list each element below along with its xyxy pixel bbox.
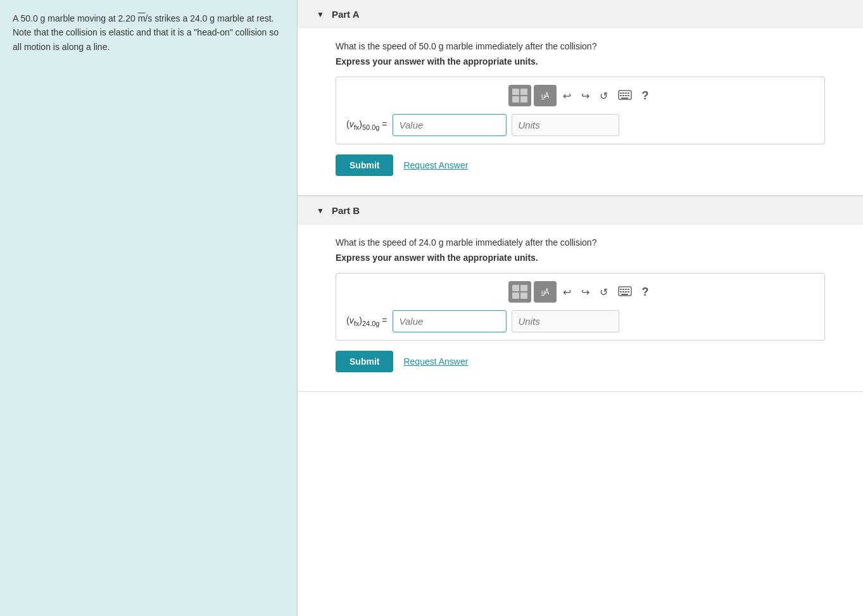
part-a-value-input[interactable]	[393, 114, 507, 136]
svg-rect-11	[620, 289, 622, 290]
part-a-input-row: (vfx)50.0g =	[346, 114, 814, 136]
part-a-undo-btn[interactable]: ↩	[559, 89, 575, 103]
part-a-actions: Submit Request Answer	[336, 154, 825, 176]
svg-rect-18	[627, 291, 629, 292]
svg-rect-19	[621, 294, 628, 295]
svg-rect-13	[625, 289, 627, 290]
part-a-section: ▼ Part A What is the speed of 50.0 g mar…	[298, 0, 863, 196]
part-b-request-answer-link[interactable]: Request Answer	[403, 356, 468, 367]
part-b-question: What is the speed of 24.0 g marble immed…	[336, 237, 825, 248]
part-a-body: What is the speed of 50.0 g marble immed…	[298, 28, 863, 195]
part-a-answer-box: uÅ ↩ ↪ ↺	[336, 77, 825, 144]
part-a-redo-btn[interactable]: ↪	[577, 89, 593, 103]
part-b-help-btn[interactable]: ?	[638, 284, 653, 300]
part-b-value-input[interactable]	[393, 310, 507, 332]
svg-rect-12	[622, 289, 624, 290]
problem-panel: A 50.0 g marble moving at 2.20 m/s strik…	[0, 0, 298, 616]
part-a-matrix-btn[interactable]	[508, 85, 531, 106]
part-a-help-btn[interactable]: ?	[638, 88, 653, 104]
part-a-units-btn[interactable]: uÅ	[534, 85, 557, 106]
svg-rect-2	[622, 92, 624, 94]
part-a-formula-label: (vfx)50.0g =	[346, 119, 387, 131]
svg-rect-5	[620, 95, 622, 96]
part-b-input-row: (vfx)24.0g =	[346, 310, 814, 332]
svg-rect-7	[625, 95, 627, 96]
part-b-submit-button[interactable]: Submit	[336, 351, 393, 372]
part-b-section: ▼ Part B What is the speed of 24.0 g mar…	[298, 196, 863, 392]
part-a-title: Part A	[332, 9, 360, 20]
part-b-header[interactable]: ▼ Part B	[298, 196, 863, 225]
problem-text: A 50.0 g marble moving at 2.20 m/s strik…	[13, 11, 284, 54]
part-a-reset-btn[interactable]: ↺	[596, 89, 612, 103]
part-b-title: Part B	[332, 205, 360, 216]
part-a-keyboard-btn[interactable]	[614, 89, 636, 103]
svg-rect-1	[620, 92, 622, 94]
svg-rect-17	[625, 291, 627, 292]
svg-rect-16	[622, 291, 624, 292]
svg-rect-3	[625, 92, 627, 94]
part-b-units-btn[interactable]: uÅ	[534, 281, 557, 303]
part-a-request-answer-link[interactable]: Request Answer	[403, 160, 468, 170]
svg-rect-4	[627, 92, 629, 94]
part-b-reset-btn[interactable]: ↺	[596, 285, 612, 299]
right-panel: ▼ Part A What is the speed of 50.0 g mar…	[298, 0, 863, 616]
part-b-units-input[interactable]	[512, 310, 619, 332]
part-a-submit-button[interactable]: Submit	[336, 154, 393, 176]
part-b-actions: Submit Request Answer	[336, 351, 825, 372]
part-b-matrix-btn[interactable]	[508, 281, 531, 303]
svg-rect-14	[627, 289, 629, 290]
svg-rect-8	[627, 95, 629, 96]
part-b-express: Express your answer with the appropriate…	[336, 253, 825, 263]
part-b-collapse-arrow: ▼	[317, 206, 324, 215]
part-a-express: Express your answer with the appropriate…	[336, 56, 825, 66]
part-b-undo-btn[interactable]: ↩	[559, 285, 575, 299]
part-b-toolbar: uÅ ↩ ↪ ↺	[346, 281, 814, 303]
part-a-header[interactable]: ▼ Part A	[298, 0, 863, 28]
part-b-answer-box: uÅ ↩ ↪ ↺	[336, 273, 825, 341]
part-b-keyboard-btn[interactable]	[614, 285, 636, 299]
svg-rect-9	[621, 97, 628, 99]
part-b-formula-label: (vfx)24.0g =	[346, 315, 387, 327]
svg-rect-6	[622, 95, 624, 96]
part-a-question: What is the speed of 50.0 g marble immed…	[336, 41, 825, 51]
part-b-redo-btn[interactable]: ↪	[577, 285, 593, 299]
part-a-toolbar: uÅ ↩ ↪ ↺	[346, 85, 814, 106]
svg-rect-15	[620, 291, 622, 292]
part-a-units-input[interactable]	[512, 114, 619, 136]
part-a-collapse-arrow: ▼	[317, 10, 324, 19]
part-b-body: What is the speed of 24.0 g marble immed…	[298, 225, 863, 391]
